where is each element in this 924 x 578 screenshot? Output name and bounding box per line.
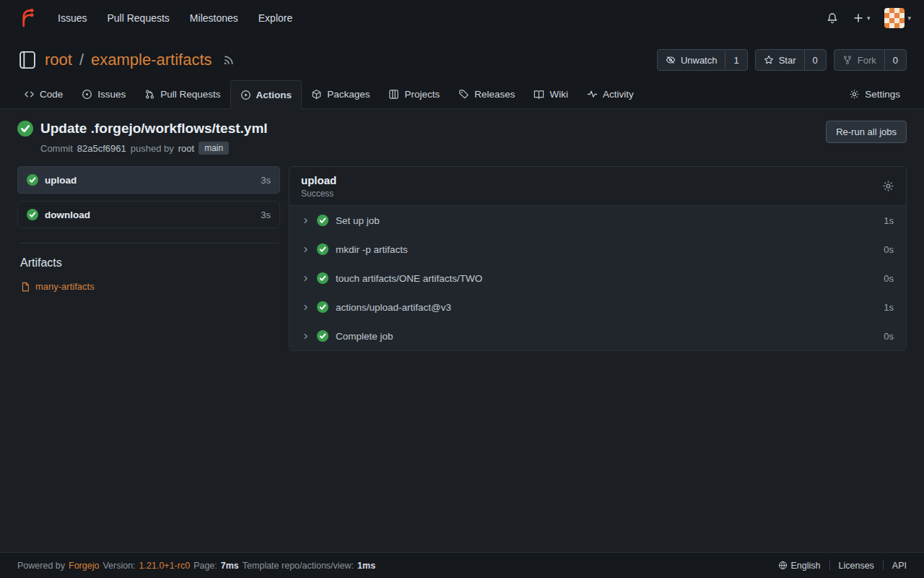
step-row-set-up-job[interactable]: Set up job 1s [289, 206, 906, 235]
tab-pull-requests[interactable]: Pull Requests [135, 79, 230, 108]
powered-by-label: Powered by [17, 561, 65, 571]
actions-run-view: Update .forgejo/workflows/test.yml Commi… [0, 109, 924, 552]
success-check-icon [317, 330, 328, 342]
file-icon [20, 282, 30, 292]
job-item-upload[interactable]: upload 3s [17, 166, 280, 194]
version-link[interactable]: 1.21.0+1-rc0 [139, 561, 191, 571]
job-item-download[interactable]: download 3s [17, 201, 280, 228]
star-button[interactable]: Star 0 [755, 49, 827, 71]
tab-releases[interactable]: Releases [449, 79, 524, 108]
chevron-down-icon: ▾ [907, 15, 911, 22]
tab-code[interactable]: Code [14, 79, 72, 108]
job-detail-name: upload [301, 174, 336, 186]
tab-wiki[interactable]: Wiki [524, 79, 578, 108]
nav-item-explore[interactable]: Explore [248, 0, 302, 36]
forgejo-link[interactable]: Forgejo [69, 561, 99, 571]
success-check-icon [317, 215, 328, 226]
user-menu-button[interactable]: ▾ [884, 8, 911, 28]
step-row-upload-artifact[interactable]: actions/upload-artifact@v3 1s [289, 293, 906, 322]
chevron-right-icon [302, 246, 310, 254]
tab-actions[interactable]: Actions [230, 80, 302, 109]
repo-name-link[interactable]: example-artifacts [91, 51, 212, 69]
step-duration: 0s [884, 244, 894, 255]
chevron-right-icon [302, 303, 310, 311]
play-circle-icon [240, 90, 251, 100]
tab-packages[interactable]: Packages [302, 79, 379, 108]
job-duration: 3s [261, 210, 271, 220]
success-check-icon [27, 209, 38, 220]
repo-header: root / example-artifacts Unwatch [0, 36, 924, 79]
repo-owner-link[interactable]: root [45, 51, 72, 69]
repo-separator: / [79, 51, 84, 69]
nav-item-milestones[interactable]: Milestones [180, 0, 248, 36]
fork-icon [842, 55, 853, 65]
repo-action-buttons: Unwatch 1 Star 0 [657, 49, 907, 71]
artifact-link-many-artifacts[interactable]: many-artifacts [20, 281, 280, 292]
page-time-label: Page: [193, 561, 217, 571]
plus-icon [853, 12, 864, 24]
success-check-icon [317, 272, 328, 284]
book-icon [533, 89, 544, 100]
step-row-mkdir[interactable]: mkdir -p artifacts 0s [289, 235, 906, 264]
tag-icon [458, 89, 469, 100]
language-selector[interactable]: English [778, 561, 821, 571]
success-check-icon [317, 301, 328, 313]
artifacts-heading: Artifacts [20, 256, 280, 269]
tab-settings[interactable]: Settings [840, 79, 910, 108]
repo-tabs: Code Issues Pull Requests Actions Packag… [0, 79, 924, 109]
nav-item-issues[interactable]: Issues [48, 0, 97, 36]
job-detail-title-block: upload Success [301, 174, 336, 199]
create-new-button[interactable]: ▾ [853, 12, 871, 24]
star-count[interactable]: 0 [804, 50, 826, 70]
fork-count[interactable]: 0 [884, 50, 906, 70]
page-time-value: 7ms [221, 561, 239, 571]
job-detail-panel: upload Success Set up job 1s [289, 166, 907, 351]
tab-activity[interactable]: Activity [578, 79, 643, 108]
project-board-icon [388, 89, 399, 100]
step-row-complete-job[interactable]: Complete job 0s [289, 322, 906, 350]
licenses-link[interactable]: Licenses [839, 561, 874, 571]
code-icon [24, 89, 35, 100]
pull-request-icon [144, 89, 155, 100]
forgejo-logo[interactable] [17, 8, 38, 28]
top-navbar: Issues Pull Requests Milestones Explore … [0, 0, 924, 36]
api-link[interactable]: API [892, 561, 907, 571]
rss-icon[interactable] [222, 54, 235, 66]
eye-off-icon [666, 55, 676, 65]
run-title-block: Update .forgejo/workflows/test.yml Commi… [17, 121, 268, 155]
step-duration: 1s [884, 302, 894, 313]
run-commit-line: Commit 82a5cf6961 pushed by root main [40, 142, 268, 155]
success-check-icon [317, 243, 328, 255]
step-row-touch-artifacts[interactable]: touch artifacts/ONE artifacts/TWO 0s [289, 264, 906, 293]
gear-icon [849, 89, 860, 100]
tab-projects[interactable]: Projects [379, 79, 449, 108]
tab-issues[interactable]: Issues [72, 79, 135, 108]
sidebar-divider [19, 243, 279, 243]
rerun-all-jobs-button[interactable]: Re-run all jobs [826, 121, 907, 143]
commit-sha-link[interactable]: 82a5cf6961 [77, 143, 126, 154]
unwatch-button[interactable]: Unwatch 1 [657, 49, 748, 71]
nav-item-pull-requests[interactable]: Pull Requests [97, 0, 179, 36]
run-title: Update .forgejo/workflows/test.yml [40, 121, 268, 137]
avatar [884, 8, 905, 28]
job-steps-list: Set up job 1s mkdir -p artifacts 0s [289, 206, 906, 350]
fork-button[interactable]: Fork 0 [834, 49, 907, 71]
package-icon [311, 89, 322, 100]
job-options-gear-icon[interactable] [882, 180, 894, 192]
notifications-bell-button[interactable] [827, 12, 838, 24]
job-status-badge: Success [301, 189, 336, 199]
watch-count[interactable]: 1 [725, 50, 746, 70]
footer-divider [829, 561, 830, 570]
run-success-icon [17, 121, 33, 137]
repo-title: root / example-artifacts [17, 50, 235, 70]
branch-badge[interactable]: main [199, 142, 229, 155]
version-label: Version: [103, 561, 135, 571]
globe-icon [778, 561, 788, 570]
pusher-link[interactable]: root [178, 143, 194, 154]
star-icon [764, 55, 774, 65]
bell-icon [827, 12, 838, 24]
footer-divider [883, 561, 884, 570]
chevron-right-icon [302, 332, 310, 340]
issue-circle-dot-icon [82, 89, 92, 100]
template-time-label: Template repo/actions/view: [243, 561, 354, 571]
